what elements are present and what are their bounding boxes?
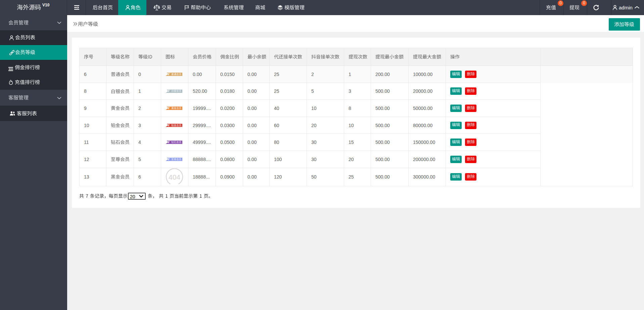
- svg-text:404: 404: [169, 173, 180, 181]
